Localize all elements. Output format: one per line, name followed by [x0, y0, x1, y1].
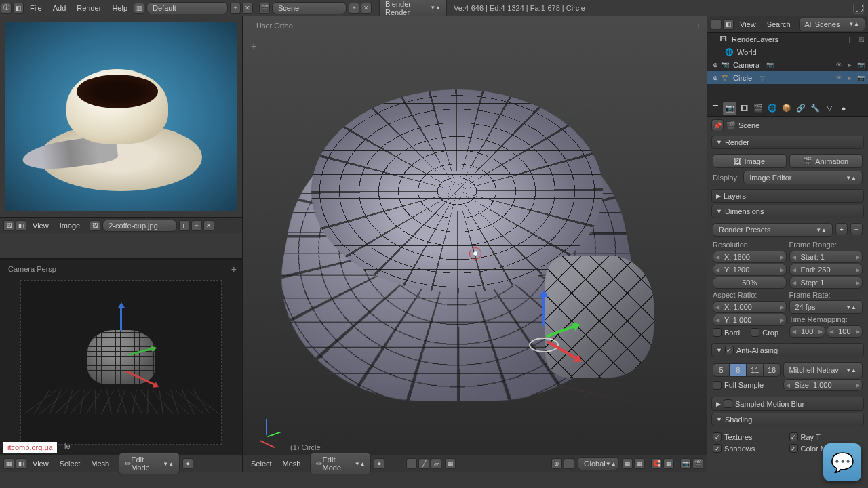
- layout-add-icon[interactable]: +: [230, 3, 241, 14]
- tree-row-renderlayers[interactable]: 🎞RenderLayers |🖼: [707, 33, 868, 45]
- tab-data[interactable]: ▽: [823, 102, 836, 115]
- layers-icon-2[interactable]: ▦: [634, 458, 645, 469]
- image-editor-type-icon[interactable]: 🖼: [3, 220, 14, 231]
- scene-add-icon[interactable]: +: [349, 3, 359, 14]
- time-remap-new-field[interactable]: ◀100▶: [827, 325, 863, 338]
- render-presets-selector[interactable]: Render Presets▼▲: [713, 223, 833, 237]
- tab-material[interactable]: ●: [837, 102, 850, 115]
- color-management-checkbox[interactable]: [789, 444, 798, 453]
- aa-sample-11[interactable]: 11: [747, 363, 764, 377]
- image-menu-view[interactable]: View: [27, 222, 54, 230]
- scene-selector[interactable]: Scene: [272, 2, 347, 14]
- frame-rate-selector[interactable]: 24 fps▼▲: [789, 300, 863, 314]
- layout-icon[interactable]: ▥: [134, 3, 144, 14]
- outliner-editor-icon[interactable]: ☰: [711, 19, 722, 30]
- visibility-icon[interactable]: 👁: [834, 73, 844, 83]
- editor-type-icon[interactable]: ☰: [709, 102, 722, 115]
- panel-render-header[interactable]: ▼Render: [711, 136, 864, 149]
- outliner-menu-toggle-icon[interactable]: ◧: [723, 19, 734, 30]
- panel-layers-header[interactable]: ▶Layers: [711, 189, 864, 203]
- time-remap-old-field[interactable]: ◀100▶: [789, 325, 825, 338]
- chat-widget-icon[interactable]: 💬: [823, 443, 861, 481]
- visibility-icon[interactable]: 👁: [834, 60, 844, 70]
- camera-viewport[interactable]: Camera Persp + itcomp.org.ua le ▦ ◧ View: [0, 259, 242, 472]
- camera-region-toggle-icon[interactable]: +: [231, 264, 237, 274]
- selectable-icon[interactable]: ▸: [845, 60, 854, 70]
- snap-icon[interactable]: 🧲: [651, 458, 662, 469]
- frame-start-field[interactable]: ◀Start: 1▶: [789, 251, 863, 263]
- viewport-properties-toggle-icon[interactable]: +: [696, 20, 701, 31]
- main-3d-viewport[interactable]: User Ortho + + (1) Circle Select Mesh ✏ …: [243, 16, 707, 472]
- menu-add[interactable]: Add: [47, 4, 72, 12]
- panel-shading-header[interactable]: ▼Shading: [711, 413, 864, 426]
- tab-world[interactable]: 🌐: [766, 102, 779, 115]
- window-menu-icon[interactable]: ◧: [13, 3, 24, 14]
- panel-dimensions-header[interactable]: ▼Dimensions: [711, 205, 864, 218]
- scene-icon[interactable]: 🎬: [259, 3, 270, 14]
- aspect-x-field[interactable]: ◀X: 1.000▶: [713, 301, 787, 313]
- vp-shading-icon[interactable]: ●: [374, 458, 384, 469]
- full-sample-checkbox[interactable]: [713, 381, 722, 390]
- edge-select-icon[interactable]: ╱: [418, 458, 429, 469]
- face-select-icon[interactable]: ▱: [431, 458, 441, 469]
- panel-motion-blur-header[interactable]: ▶Sampled Motion Blur: [711, 396, 864, 411]
- aa-filter-selector[interactable]: Mitchell-Netrav▼▲: [783, 362, 863, 378]
- vp-menu-mesh[interactable]: Mesh: [277, 460, 307, 468]
- cam-shading-icon[interactable]: ●: [182, 458, 193, 469]
- motion-blur-checkbox[interactable]: [724, 399, 732, 408]
- raytracing-checkbox[interactable]: [789, 432, 798, 441]
- cam-menu-view[interactable]: View: [27, 460, 54, 468]
- textures-checkbox[interactable]: [713, 432, 722, 441]
- aa-size-field[interactable]: ◀Size: 1.000▶: [783, 379, 863, 391]
- outliner-search-menu[interactable]: Search: [762, 20, 796, 28]
- properties-body[interactable]: 📌 🎬 Scene ▼Render 🖼Image 🎬Animation Disp…: [707, 117, 868, 472]
- tab-render-layers[interactable]: 🎞: [737, 102, 751, 115]
- viewport-toolshelf-toggle-icon[interactable]: +: [251, 41, 256, 52]
- scene-remove-icon[interactable]: ✕: [361, 3, 372, 14]
- menu-render[interactable]: Render: [71, 4, 106, 12]
- tree-row-circle[interactable]: ⊕ ▽Circle ▽ 👁▸📷: [707, 71, 868, 84]
- gizmo-z-axis[interactable]: [120, 304, 122, 331]
- tab-modifiers[interactable]: 🔧: [808, 102, 822, 115]
- reference-image[interactable]: [5, 22, 237, 211]
- aspect-y-field[interactable]: ◀Y: 1.000▶: [713, 314, 787, 326]
- image-fake-user-button[interactable]: F: [179, 220, 190, 231]
- menu-file[interactable]: File: [24, 4, 47, 12]
- image-add-icon[interactable]: +: [191, 220, 202, 231]
- vertex-select-icon[interactable]: ⋮: [406, 458, 417, 469]
- selectable-icon[interactable]: ▸: [845, 73, 854, 83]
- renderlayer-toggle-icon[interactable]: 🖼: [856, 35, 865, 44]
- gizmo-z-arrow[interactable]: [542, 292, 545, 326]
- tab-scene[interactable]: 🎬: [751, 102, 765, 115]
- frame-step-field[interactable]: ◀Step: 1▶: [789, 277, 863, 289]
- aa-sample-5[interactable]: 5: [713, 363, 730, 377]
- image-filename-field[interactable]: 2-coffe-cup.jpg: [102, 220, 177, 232]
- opengl-anim-icon[interactable]: 🎬: [692, 458, 703, 469]
- transform-gizmo[interactable]: [517, 316, 571, 370]
- aa-samples-selector[interactable]: 5 8 11 16: [713, 363, 781, 377]
- frame-end-field[interactable]: ◀End: 250▶: [789, 264, 863, 276]
- opengl-render-icon[interactable]: 📷: [680, 458, 691, 469]
- image-browse-icon[interactable]: 🖼: [90, 220, 100, 231]
- vp-mode-selector[interactable]: ✏ Edit Mode▼▲: [310, 453, 371, 474]
- tab-object[interactable]: 📦: [780, 102, 793, 115]
- display-selector[interactable]: Image Editor▼▲: [743, 171, 863, 184]
- crop-checkbox[interactable]: [751, 328, 760, 337]
- cam-mode-selector[interactable]: ✏ Edit Mode▼▲: [119, 453, 180, 474]
- back-to-previous-icon[interactable]: ⛶: [853, 3, 864, 14]
- renderable-icon[interactable]: 📷: [856, 73, 865, 83]
- border-checkbox[interactable]: [713, 328, 722, 337]
- layout-remove-icon[interactable]: ✕: [242, 3, 253, 14]
- cam-menu-toggle-icon[interactable]: ◧: [16, 458, 26, 469]
- manipulator-icon[interactable]: ↔: [564, 458, 574, 469]
- pivot-icon[interactable]: ⊕: [551, 458, 562, 469]
- layers-icon[interactable]: ▦: [622, 458, 633, 469]
- render-animation-button[interactable]: 🎬Animation: [789, 154, 863, 168]
- shadows-checkbox[interactable]: [713, 444, 722, 453]
- renderable-icon[interactable]: 📷: [856, 60, 865, 70]
- resolution-y-field[interactable]: ◀Y: 1200▶: [713, 264, 787, 276]
- limit-selection-icon[interactable]: ▦: [445, 458, 456, 469]
- panel-antialiasing-header[interactable]: ▼Anti-Aliasing: [711, 343, 864, 357]
- cam-menu-select[interactable]: Select: [54, 460, 86, 468]
- aa-sample-8[interactable]: 8: [730, 363, 747, 377]
